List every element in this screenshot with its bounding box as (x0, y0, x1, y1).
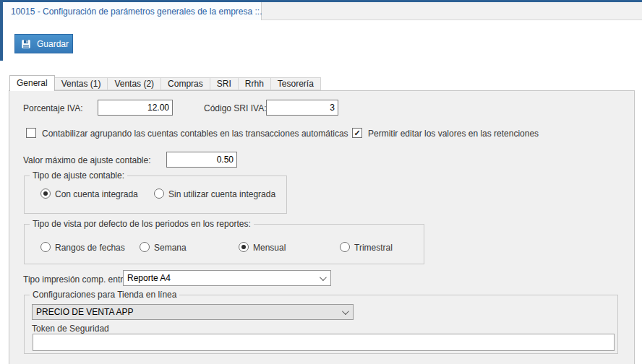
tab-sri[interactable]: SRI (210, 77, 239, 90)
radio-con-cuenta-integrada[interactable] (40, 188, 51, 199)
radio-mensual[interactable] (239, 242, 249, 252)
document-tab[interactable]: 10015 - Configuración de parámetros gene… (3, 2, 262, 20)
radio-rangos-de-fechas-label: Rangos de fechas (55, 243, 125, 253)
radio-mensual-label: Mensual (253, 243, 286, 253)
document-tab-title: 10015 - Configuración de parámetros gene… (11, 6, 262, 17)
tab-compras[interactable]: Compras (161, 77, 210, 90)
valor-maximo-label: Valor máximo de ajuste contable: (23, 155, 151, 165)
save-icon (21, 39, 31, 49)
settings-tabstrip: General Ventas (1) Ventas (2) Compras SR… (9, 75, 321, 90)
tab-ventas-2[interactable]: Ventas (2) (108, 77, 161, 90)
contabilizar-agrupando-label: Contabilizar agrupando las cuentas conta… (42, 129, 348, 139)
token-seguridad-label: Token de Seguridad (32, 324, 109, 334)
check-icon: ✓ (354, 129, 360, 138)
tipo-impresion-select[interactable]: Reporte A4 (123, 270, 331, 286)
save-button-label: Guardar (37, 39, 69, 49)
precio-venta-value: PRECIO DE VENTA APP (36, 307, 133, 317)
radio-semana-label: Semana (154, 243, 187, 253)
tab-tesoreria[interactable]: Tesorería (271, 77, 321, 90)
tipo-impresion-value: Reporte A4 (127, 273, 171, 283)
radio-trimestral[interactable] (340, 242, 350, 252)
permitir-editar-checkbox[interactable]: ✓ (352, 128, 362, 138)
chevron-down-icon (320, 274, 327, 281)
tab-ventas-1[interactable]: Ventas (1) (55, 77, 108, 90)
permitir-editar-label: Permitir editar los valores en las reten… (368, 129, 539, 139)
chevron-down-icon (342, 308, 349, 315)
radio-con-cuenta-integrada-label: Con cuenta integrada (55, 189, 138, 199)
radio-rangos-de-fechas[interactable] (40, 242, 51, 252)
token-seguridad-field[interactable] (33, 334, 615, 351)
radio-sin-cuenta-integrada-label: Sin utilizar cuenta integrada (168, 189, 275, 199)
tab-general[interactable]: General (9, 75, 55, 91)
porcentaje-iva-field[interactable] (98, 100, 173, 116)
document-tabstrip-spacer (262, 2, 642, 20)
radio-semana[interactable] (140, 242, 150, 252)
porcentaje-iva-label: Porcentaje IVA: (23, 103, 83, 113)
valor-maximo-field[interactable] (166, 152, 237, 168)
tienda-legend: Configuraciones para Tienda en línea (30, 290, 179, 300)
tab-rrhh[interactable]: Rrhh (239, 77, 271, 90)
codigo-sri-iva-field[interactable] (266, 100, 338, 116)
tipo-ajuste-legend: Tipo de ajuste contable: (30, 170, 127, 181)
save-button[interactable]: Guardar (14, 34, 73, 53)
contabilizar-agrupando-checkbox[interactable] (26, 128, 36, 138)
codigo-sri-iva-label: Código SRI IVA: (204, 103, 266, 113)
tipo-vista-legend: Tipo de vista por defecto de los periodo… (30, 219, 254, 229)
radio-sin-cuenta-integrada[interactable] (154, 188, 164, 199)
precio-venta-select[interactable]: PRECIO DE VENTA APP (32, 304, 354, 320)
radio-trimestral-label: Trimestral (354, 243, 393, 253)
